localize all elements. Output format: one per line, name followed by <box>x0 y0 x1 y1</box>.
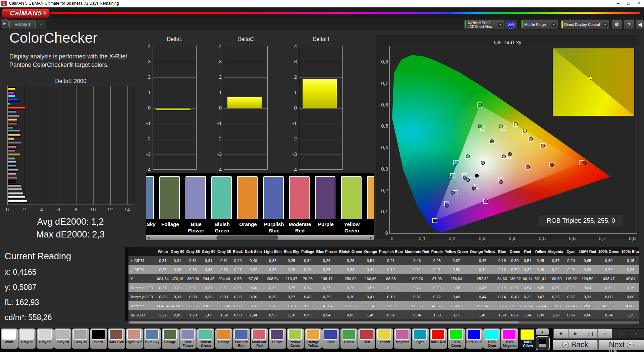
table-cell: 208,54 <box>263 274 283 283</box>
patch-name: Yellow Green <box>287 340 304 348</box>
table-cell: 0,33 <box>156 265 170 274</box>
patch-tile-light-skin[interactable]: Light Skin <box>126 328 143 349</box>
meter-dropdown[interactable]: X-Rite i1Pro 2 LCD Direct View ▼ <box>464 20 505 29</box>
stop-button[interactable]: ■ <box>553 328 568 339</box>
table-scrollbar[interactable] <box>128 321 639 324</box>
table-cell: 70,54 <box>522 301 534 310</box>
deltae-bar-blue <box>8 130 21 133</box>
pattern-window-button[interactable] <box>536 336 550 350</box>
tab-history-1[interactable]: History 1 <box>9 20 36 29</box>
back-button[interactable]: « Back <box>553 340 598 350</box>
add-tab-button[interactable]: + <box>36 20 46 29</box>
patch-tile-bluish-green[interactable]: Bluish Green <box>197 328 214 349</box>
deltae-bar-100-magenta <box>8 91 15 94</box>
patch-tile-yellow-green[interactable]: Yellow Green <box>287 328 304 349</box>
patch-tile-blue[interactable]: Blue <box>322 328 339 349</box>
patch-tile-100-cyan[interactable]: 100% Cyan <box>483 328 500 349</box>
play-button[interactable]: ▶ <box>568 328 583 339</box>
table-cell: 0,41 <box>363 292 378 301</box>
patch-tile-100-red[interactable]: 100% Red <box>430 328 447 349</box>
table-cell: 0,31 <box>216 256 232 265</box>
patch-name: Gray 80 <box>18 340 36 344</box>
table-cell: 0,26 <box>338 256 363 265</box>
table-cell: 166,86 <box>363 274 378 283</box>
loop-button[interactable]: ∞ <box>598 328 612 339</box>
next-button[interactable]: Next » <box>598 340 644 350</box>
x-tick-label: 12 <box>105 207 115 212</box>
patch-tile-100-yellow[interactable]: 100% Yellow <box>519 328 536 349</box>
patch-tile-100-magenta[interactable]: 100% Magenta <box>501 328 518 349</box>
corner-cell <box>128 247 156 256</box>
table-cell: 124,59 <box>578 274 597 283</box>
scrollbar-thumb[interactable] <box>216 235 278 240</box>
settings-button[interactable]: ⚙ <box>611 20 622 29</box>
gridline <box>153 62 196 62</box>
col-header: Cyan <box>564 247 578 256</box>
table-cell: 0,34 <box>300 283 315 292</box>
patch-tile-gray-50[interactable]: Gray 50 <box>54 328 71 349</box>
source-dropdown[interactable]: Mobile Forge ▼ <box>521 20 558 29</box>
patch-tile-blue-sky[interactable]: Blue Sky <box>144 328 161 349</box>
y-tick-label: 2 <box>214 74 222 80</box>
patch-tile-100-green[interactable]: 100% Green <box>448 328 465 349</box>
gridline <box>224 108 267 108</box>
gridline <box>59 86 59 205</box>
patch-color <box>92 329 105 340</box>
patch-tile-yellow[interactable]: Yellow <box>376 328 393 349</box>
refresh-button: ↻ <box>613 328 629 339</box>
patch-tile-black[interactable]: Black <box>90 328 107 349</box>
patch-tile-white[interactable]: White <box>1 328 18 349</box>
patch-name: Black <box>90 340 107 344</box>
gridline <box>299 155 342 155</box>
patch-tile-foliage[interactable]: Foliage <box>162 328 179 349</box>
table-cell: 296,99 <box>201 301 216 310</box>
table-cell: 60,93 <box>244 301 263 310</box>
col-header: Yellow <box>533 247 547 256</box>
scroll-left-icon[interactable]: ◄ <box>146 235 151 240</box>
deltae-bar-100-blue <box>8 99 19 102</box>
deltae-bar-green <box>8 126 14 129</box>
calman-menu-button[interactable]: CalMAN5 ▼ <box>2 8 50 18</box>
col-header: Purplish Blue <box>378 247 404 256</box>
patch-tile-orange-yellow[interactable]: Orange Yellow <box>305 328 322 349</box>
meter-mode: LCD Direct View <box>468 25 492 29</box>
patch-tile-green[interactable]: Green <box>340 328 358 349</box>
patch-tile-gray-65[interactable]: Gray 65 <box>37 328 54 349</box>
patch-tile-dark-skin[interactable]: Dark Skin <box>108 328 125 349</box>
tab-scroll-button[interactable]: ▶ <box>1 19 9 28</box>
table-cell: 294,45 <box>201 274 216 283</box>
table-scrollbar-thumb[interactable] <box>130 321 519 323</box>
patch-tile-magenta[interactable]: Magenta <box>394 328 411 349</box>
table-cell: 0,92 <box>378 310 404 319</box>
patch-color <box>288 329 302 340</box>
measured-point-black <box>475 174 478 177</box>
pattern-step-button[interactable]: [··] <box>583 328 598 339</box>
patch-size-up-button[interactable]: ▲ <box>536 328 549 335</box>
patch-tile-purplish-blue[interactable]: Purplish Blue <box>233 328 250 349</box>
patch-tile-gray-35[interactable]: Gray 35 <box>72 328 89 349</box>
patch-tile-cyan[interactable]: Cyan <box>412 328 429 349</box>
patch-tile-100-blue[interactable]: 100% Blue <box>466 328 483 349</box>
display-control-dropdown[interactable]: Direct Display Control ▼ <box>560 20 609 29</box>
help-button[interactable]: ? <box>624 20 634 29</box>
patch-tile-gray-80[interactable]: Gray 80 <box>18 328 36 349</box>
patch-tile-orange[interactable]: Orange <box>215 328 232 349</box>
scroll-right-icon[interactable]: ► <box>369 235 374 240</box>
patch-strip-scrollbar[interactable]: ◄ ► <box>146 235 374 240</box>
patch-tile-blue-flower[interactable]: Blue Flower <box>179 328 197 349</box>
deltae-bar-moderate-red <box>8 145 16 148</box>
close-button[interactable]: × <box>634 0 644 7</box>
patch-tile-purple[interactable]: Purple <box>269 328 286 349</box>
table-cell: 0,51 <box>363 256 378 265</box>
table-cell: 0,25 <box>547 292 565 301</box>
minimize-button[interactable]: – <box>613 0 623 7</box>
patch-tile-moderate-red[interactable]: Moderate Red <box>251 328 268 349</box>
collapse-button[interactable]: ◀ <box>636 20 644 29</box>
maximize-button[interactable]: □ <box>624 0 634 7</box>
patch-swatch-orange-yellow <box>367 176 374 219</box>
max-de2000: Max dE2000: 2,3 <box>0 229 141 240</box>
patch-label: Purple <box>312 221 339 227</box>
patch-name: Purplish Blue <box>233 340 250 348</box>
gridline <box>153 155 196 155</box>
patch-tile-red[interactable]: Red <box>358 328 375 349</box>
